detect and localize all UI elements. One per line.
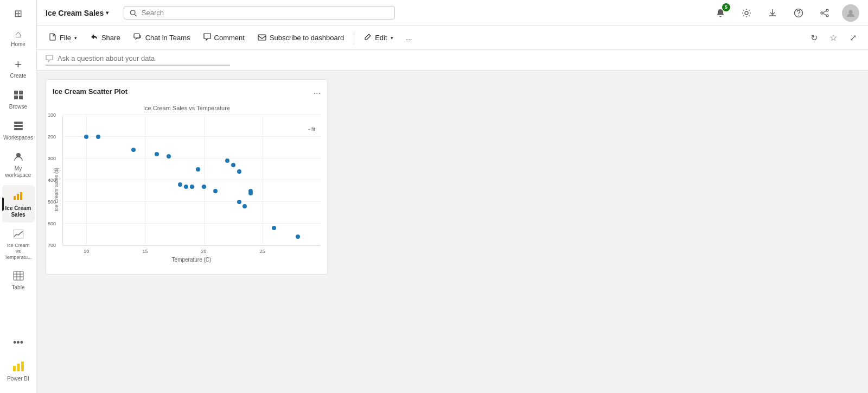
comment-label: Comment [214, 34, 245, 42]
data-point [131, 148, 136, 152]
chart-more-btn[interactable]: ... [314, 86, 321, 96]
favorite-btn[interactable]: ☆ [825, 29, 842, 47]
data-point [242, 204, 247, 208]
comment-btn[interactable]: Comment [198, 30, 250, 46]
svg-rect-33 [258, 35, 266, 40]
download-icon [768, 8, 777, 18]
my-workspace-icon [14, 152, 23, 163]
share-teams-btn[interactable] [816, 4, 833, 22]
sidebar-item-table[interactable]: Table [2, 267, 35, 295]
powerbi-label: Power BI [7, 376, 29, 382]
share-btn[interactable]: Share [85, 30, 126, 46]
svg-rect-0 [14, 91, 18, 94]
chart-card-header: Ice Cream Scatter Plot ... [53, 86, 321, 96]
svg-rect-8 [14, 196, 16, 200]
svg-point-31 [849, 10, 853, 14]
sidebar-more-btn[interactable]: ••• [2, 333, 35, 352]
toolbar: File ▾ Share Chat in Teams [37, 26, 868, 50]
top-bar: Ice Cream Sales ▾ 5 [37, 0, 868, 26]
svg-rect-12 [14, 271, 23, 280]
scatter-inner: 10020030040050060070010152025- fit Tempe… [62, 116, 321, 263]
settings-btn[interactable] [738, 4, 755, 22]
settings-icon [742, 8, 751, 18]
search-input[interactable] [142, 9, 390, 17]
scatter-wrapper: Ice Cream Sales ($) 10020030040050060070… [53, 116, 321, 263]
edit-btn[interactable]: Edit ▾ [359, 30, 398, 46]
sidebar-item-workspaces[interactable]: Workspaces [2, 117, 35, 145]
favorite-icon: ☆ [829, 33, 837, 43]
sidebar-item-create[interactable]: + Create [2, 54, 35, 84]
sidebar-item-my-workspace[interactable]: My workspace [2, 148, 35, 183]
create-label: Create [10, 73, 26, 79]
svg-rect-32 [134, 34, 139, 38]
file-chevron: ▾ [74, 35, 77, 41]
sidebar-item-browse[interactable]: Browse [2, 86, 35, 115]
user-avatar[interactable] [842, 4, 859, 22]
data-point [237, 169, 241, 174]
more-btn[interactable]: ... [401, 30, 418, 45]
file-icon [49, 33, 56, 42]
search-icon [130, 9, 137, 17]
data-point [167, 154, 171, 159]
chat-teams-label: Chat in Teams [145, 34, 190, 42]
svg-rect-19 [21, 362, 24, 371]
toolbar-separator [354, 31, 354, 45]
toolbar-right: ↻ ☆ ⤢ [805, 29, 861, 47]
data-point [84, 135, 88, 139]
svg-point-22 [745, 11, 748, 15]
sidebar-item-ice-cream-sales[interactable]: Ice Cream Sales [2, 185, 35, 223]
share-label: Share [101, 34, 120, 42]
svg-rect-18 [17, 364, 20, 371]
more-icon: ••• [13, 338, 23, 347]
svg-line-29 [823, 13, 826, 15]
subscribe-icon [258, 33, 266, 42]
ask-bar-inner[interactable] [46, 54, 230, 66]
svg-rect-6 [14, 128, 23, 130]
browse-icon [14, 90, 23, 102]
comment-icon [203, 33, 211, 42]
workspaces-label: Workspaces [3, 135, 33, 141]
search-bar[interactable] [124, 6, 395, 20]
sidebar-item-home[interactable]: ⌂ Home [2, 25, 35, 52]
title-chevron[interactable]: ▾ [106, 10, 108, 16]
table-label: Table [12, 284, 25, 291]
workspaces-icon [14, 121, 23, 132]
home-icon: ⌂ [15, 29, 21, 39]
subscribe-btn[interactable]: Subscribe to dashboard [252, 30, 349, 46]
fullscreen-btn[interactable]: ⤢ [844, 29, 861, 47]
help-btn[interactable] [790, 4, 807, 22]
nav-apps-grid[interactable]: ⊞ [2, 4, 35, 23]
svg-rect-17 [13, 366, 16, 371]
browse-label: Browse [9, 104, 27, 110]
data-point [178, 182, 182, 187]
home-label: Home [11, 41, 25, 48]
download-btn[interactable] [764, 4, 781, 22]
powerbi-logo: Power BI [2, 354, 35, 386]
data-point [196, 167, 200, 172]
file-label: File [60, 34, 71, 42]
ask-icon [46, 55, 53, 62]
data-point [155, 152, 159, 156]
sidebar-item-ice-cream-temp[interactable]: Ice Cream vs Temperatu... [2, 225, 35, 264]
svg-rect-1 [19, 91, 23, 94]
refresh-btn[interactable]: ↻ [805, 29, 822, 47]
edit-icon [364, 33, 372, 42]
share-teams-icon [820, 8, 829, 18]
svg-point-25 [821, 12, 823, 14]
apps-grid-icon: ⊞ [14, 9, 22, 18]
help-icon [794, 8, 803, 18]
file-btn[interactable]: File ▾ [43, 30, 82, 46]
data-point [272, 226, 276, 230]
data-point [231, 163, 235, 167]
svg-rect-5 [14, 125, 23, 127]
ask-input[interactable] [58, 54, 209, 62]
report-title-text: Ice Cream Sales [46, 9, 104, 17]
chat-teams-btn[interactable]: Chat in Teams [128, 30, 196, 46]
svg-line-21 [135, 14, 136, 16]
data-point [225, 159, 229, 163]
svg-rect-11 [14, 230, 23, 238]
data-point [213, 189, 218, 193]
ice-cream-temp-label: Ice Cream vs Temperatu... [4, 243, 33, 260]
ask-bar [37, 50, 868, 71]
notification-btn[interactable]: 5 [712, 4, 729, 22]
